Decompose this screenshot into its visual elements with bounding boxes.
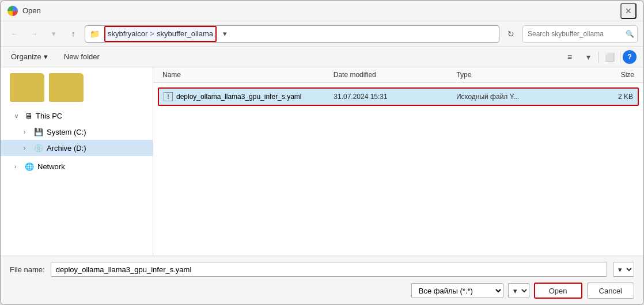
archive-drive-label: Archive (D:) [47, 144, 86, 152]
folder-thumbs [1, 72, 153, 103]
toolbar-divider [598, 51, 599, 63]
file-name-cell: ! deploy_ollama_llama3_gpu_infer_s.yaml [164, 92, 334, 101]
title-bar-left: Open [7, 6, 41, 16]
filename-input[interactable] [51, 262, 607, 277]
network-icon: 🌐 [25, 162, 34, 171]
bottom-bar: File name: ▾ Все файлы (*.*) ▾ Open Canc… [1, 256, 643, 304]
address-bar[interactable]: 📁 skybfryaicor > skybuffer_ollama ▾ [85, 25, 499, 43]
col-header-name[interactable]: Name [162, 71, 334, 79]
expand-d-icon: › [24, 145, 31, 151]
archive-icon: 💿 [34, 144, 43, 152]
filename-label: File name: [10, 265, 45, 274]
sidebar-item-system-c[interactable]: › 💾 System (C:) [1, 124, 153, 140]
help-button[interactable]: ? [623, 50, 637, 64]
address-dropdown-button[interactable]: ▾ [217, 26, 233, 42]
file-list-content: ! deploy_ollama_llama3_gpu_infer_s.yaml … [158, 87, 639, 106]
expand-this-pc-icon: ∨ [14, 113, 21, 119]
col-header-type[interactable]: Type [456, 71, 579, 79]
breadcrumb-part1: skybfryaicor [108, 29, 147, 38]
new-folder-label: New folder [64, 52, 100, 61]
forward-button[interactable]: → [26, 26, 42, 42]
folder-thumb-2 [49, 73, 84, 102]
sidebar: ∨ 🖥 This PC › 💾 System (C:) › 💿 Archive … [1, 67, 153, 256]
file-area: Name Date modified Type Size ! deploy_ol… [153, 67, 643, 256]
list-view-button[interactable]: ≡ [562, 49, 578, 65]
cancel-button[interactable]: Cancel [587, 283, 634, 299]
address-path: skybfryaicor > skybuffer_ollama [104, 26, 217, 42]
col-header-date[interactable]: Date modified [334, 71, 457, 79]
file-list-header: Name Date modified Type Size [153, 67, 643, 83]
expand-network-icon: › [14, 163, 21, 170]
file-type-icon: ! [164, 92, 173, 101]
back-button[interactable]: ← [6, 26, 22, 42]
open-dialog: Open ✕ ← → ▾ ↑ 📁 skybfryaicor > skybuffe… [0, 0, 644, 305]
organize-arrow: ▾ [44, 52, 48, 61]
toolbar2-right: ≡ ▾ ⬜ ? [562, 49, 637, 65]
filetype-dropdown[interactable]: Все файлы (*.*) [411, 283, 503, 298]
sidebar-item-network[interactable]: › 🌐 Network [1, 158, 153, 174]
address-toolbar: ← → ▾ ↑ 📁 skybfryaicor > skybuffer_ollam… [1, 21, 643, 47]
sidebar-item-this-pc[interactable]: ∨ 🖥 This PC [1, 108, 153, 124]
file-type-cell: Исходный файл Y... [456, 93, 579, 101]
address-folder-icon: 📁 [85, 29, 104, 39]
up-button[interactable]: ↑ [65, 26, 81, 42]
main-content: ∨ 🖥 This PC › 💾 System (C:) › 💿 Archive … [1, 67, 643, 256]
dialog-title: Open [22, 6, 41, 15]
action-row: Все файлы (*.*) ▾ Open Cancel [10, 283, 634, 299]
this-pc-label: This PC [36, 112, 62, 120]
file-name: deploy_ollama_llama3_gpu_infer_s.yaml [176, 93, 301, 101]
organize-button[interactable]: Organize ▾ [7, 50, 51, 63]
chrome-icon [7, 6, 18, 16]
view-dropdown-button[interactable]: ▾ [580, 49, 596, 65]
filetype-arrow-dropdown[interactable]: ▾ [508, 283, 529, 298]
organize-label: Organize [11, 52, 41, 61]
title-bar: Open ✕ [1, 1, 643, 21]
file-date-cell: 31.07.2024 15:31 [334, 93, 456, 101]
toolbar-divider2 [620, 51, 620, 63]
sidebar-item-archive-d[interactable]: › 💿 Archive (D:) [1, 140, 153, 156]
folder-thumb-1 [10, 73, 44, 102]
search-wrapper: 🔍 [522, 25, 638, 43]
network-label: Network [37, 162, 65, 171]
drive-icon: 💾 [34, 128, 43, 136]
filename-dropdown[interactable]: ▾ [613, 262, 634, 277]
expand-c-icon: › [24, 129, 31, 135]
close-button[interactable]: ✕ [620, 3, 637, 19]
pane-view-button[interactable]: ⬜ [601, 49, 618, 65]
new-folder-button[interactable]: New folder [60, 50, 103, 63]
col-header-size[interactable]: Size [579, 71, 634, 79]
file-row[interactable]: ! deploy_ollama_llama3_gpu_infer_s.yaml … [159, 89, 638, 105]
dropdown-nav-button[interactable]: ▾ [46, 26, 62, 42]
search-input[interactable] [522, 25, 638, 43]
filename-row: File name: ▾ [10, 262, 634, 277]
breadcrumb-sep: > [150, 29, 154, 38]
file-size-cell: 2 KB [579, 93, 634, 101]
pc-icon: 🖥 [25, 112, 32, 120]
open-button[interactable]: Open [534, 283, 582, 299]
refresh-button[interactable]: ↻ [503, 26, 519, 42]
secondary-toolbar: Organize ▾ New folder ≡ ▾ ⬜ ? [1, 47, 643, 67]
breadcrumb-part2: skybuffer_ollama [157, 29, 213, 38]
system-drive-label: System (C:) [47, 128, 86, 136]
